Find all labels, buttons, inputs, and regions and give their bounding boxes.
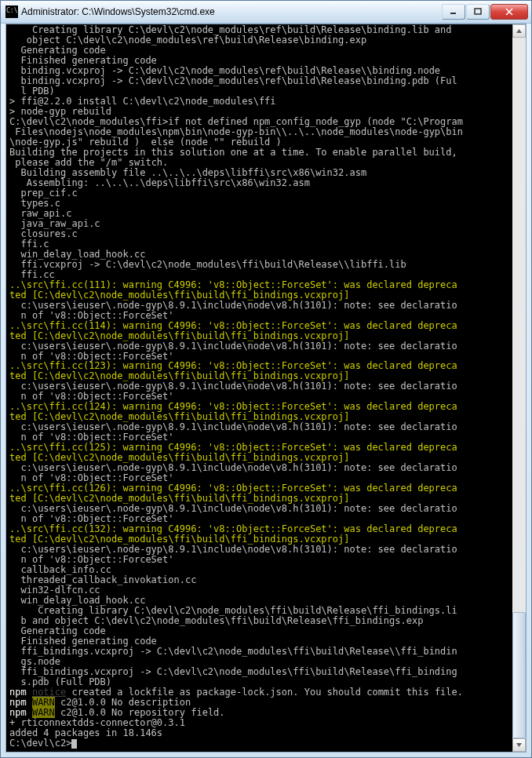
svg-rect-1 [475,9,481,14]
terminal-line: ffi.cc [9,270,510,280]
scroll-thumb[interactable] [512,612,526,738]
svg-marker-4 [516,29,522,33]
terminal-line: ..\src\ffi.cc(111): warning C4996: 'v8::… [9,280,510,290]
scroll-track[interactable] [512,38,526,738]
terminal-line: npm WARN c2@1.0.0 No description [9,698,510,708]
terminal-line: closures.c [9,229,510,239]
window-title: Administrator: C:\Windows\System32\cmd.e… [21,6,441,17]
terminal-line: Finished generating code [9,56,510,66]
window-controls [441,4,528,20]
prompt: C:\devl\c2> [9,738,510,749]
terminal-line: ffi_bindings.vcxproj -> C:\devl\c2\node_… [9,647,510,657]
terminal-line: Assembling: ..\..\..\deps\libffi\src\x86… [9,178,510,188]
terminal-line: Generating code [9,46,510,56]
terminal-line: n of 'v8::Object::ForceSet' [9,311,510,321]
terminal-line: l PDB) [9,86,510,97]
terminal-line: c:\users\ieuser\.node-gyp\8.9.1\include\… [9,341,510,352]
cmd-icon [5,5,18,18]
terminal-line: win_delay_load_hook.cc [9,250,510,260]
vertical-scrollbar[interactable] [512,24,526,752]
terminal-line: ted [C:\devl\c2\node_modules\ffi\build\f… [9,331,510,341]
terminal-output[interactable]: Creating library C:\devl\c2\node_modules… [6,24,512,752]
terminal-line: types.c [9,199,510,209]
maximize-button[interactable] [466,4,490,20]
terminal-line: Files\nodejs\node_modules\npm\bin\node-g… [9,127,510,137]
terminal-line: Building assembly file ..\..\..\deps\lib… [9,168,510,178]
client-area: Creating library C:\devl\c2\node_modules… [5,24,527,753]
terminal-line: added 4 packages in 18.146s [9,728,510,738]
terminal-line: ..\src\ffi.cc(114): warning C4996: 'v8::… [9,321,510,331]
terminal-line: binding.vcxproj -> C:\devl\c2\node_modul… [9,66,510,76]
maximize-icon [474,8,482,16]
minimize-icon [450,8,457,16]
cmd-window: Administrator: C:\Windows\System32\cmd.e… [0,0,532,758]
scroll-up-button[interactable] [512,24,526,38]
cursor [71,739,77,749]
terminal-line: + rticonnextdds-connector@0.3.1 [9,718,510,728]
terminal-line: > ffi@2.2.0 install C:\devl\c2\node_modu… [9,97,510,107]
minimize-button[interactable] [442,4,465,20]
terminal-line: Building the projects in this solution o… [9,148,510,158]
terminal-line: prep_cif.c [9,188,510,199]
terminal-line: binding.vcxproj -> C:\devl\c2\node_modul… [9,76,510,86]
close-icon [505,8,513,16]
svg-marker-5 [516,743,522,747]
titlebar[interactable]: Administrator: C:\Windows\System32\cmd.e… [1,1,531,24]
terminal-line: c:\users\ieuser\.node-gyp\8.9.1\include\… [9,301,510,311]
chevron-down-icon [516,742,523,749]
terminal-line: java_raw_api.c [9,219,510,229]
terminal-line: ffi.vcxproj -> C:\devl\c2\node_modules\f… [9,260,510,270]
chevron-up-icon [516,27,523,35]
terminal-line: C:\devl\c2\node_modules\ffi>if not defin… [9,117,510,127]
terminal-line: \node-gyp.js" rebuild ) else (node "" re… [9,137,510,148]
terminal-line: raw_api.c [9,209,510,219]
terminal-line: please add the "/m" switch. [9,158,510,168]
terminal-line: > node-gyp rebuild [9,107,510,117]
close-button[interactable] [490,4,528,20]
scroll-down-button[interactable] [512,738,526,752]
terminal-line: ffi.c [9,239,510,250]
terminal-line: npm WARN c2@1.0.0 No repository field. [9,708,510,718]
terminal-line: ted [C:\devl\c2\node_modules\ffi\build\f… [9,290,510,301]
